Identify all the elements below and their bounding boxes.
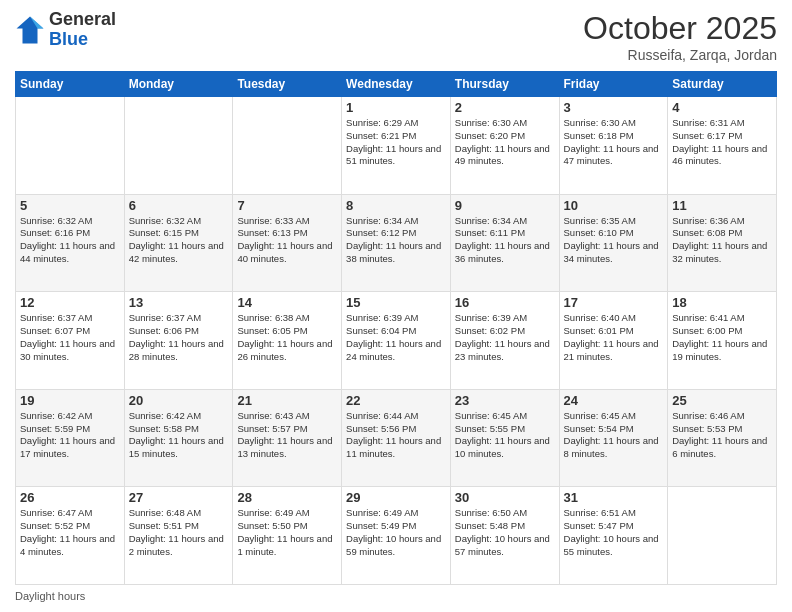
calendar-cell: 6Sunrise: 6:32 AM Sunset: 6:15 PM Daylig…	[124, 194, 233, 292]
day-number: 16	[455, 295, 555, 310]
logo-general-text: General	[49, 10, 116, 30]
calendar-cell: 12Sunrise: 6:37 AM Sunset: 6:07 PM Dayli…	[16, 292, 125, 390]
day-info: Sunrise: 6:42 AM Sunset: 5:58 PM Dayligh…	[129, 410, 229, 461]
day-info: Sunrise: 6:38 AM Sunset: 6:05 PM Dayligh…	[237, 312, 337, 363]
footer: Daylight hours	[15, 590, 777, 602]
day-info: Sunrise: 6:43 AM Sunset: 5:57 PM Dayligh…	[237, 410, 337, 461]
calendar-cell: 20Sunrise: 6:42 AM Sunset: 5:58 PM Dayli…	[124, 389, 233, 487]
calendar-cell: 24Sunrise: 6:45 AM Sunset: 5:54 PM Dayli…	[559, 389, 668, 487]
calendar-cell: 16Sunrise: 6:39 AM Sunset: 6:02 PM Dayli…	[450, 292, 559, 390]
day-info: Sunrise: 6:48 AM Sunset: 5:51 PM Dayligh…	[129, 507, 229, 558]
calendar-cell: 5Sunrise: 6:32 AM Sunset: 6:16 PM Daylig…	[16, 194, 125, 292]
day-info: Sunrise: 6:46 AM Sunset: 5:53 PM Dayligh…	[672, 410, 772, 461]
day-number: 19	[20, 393, 120, 408]
calendar-week-row: 12Sunrise: 6:37 AM Sunset: 6:07 PM Dayli…	[16, 292, 777, 390]
day-info: Sunrise: 6:44 AM Sunset: 5:56 PM Dayligh…	[346, 410, 446, 461]
day-info: Sunrise: 6:45 AM Sunset: 5:54 PM Dayligh…	[564, 410, 664, 461]
day-number: 4	[672, 100, 772, 115]
day-number: 21	[237, 393, 337, 408]
logo-blue-text: Blue	[49, 30, 116, 50]
day-number: 23	[455, 393, 555, 408]
calendar-cell: 3Sunrise: 6:30 AM Sunset: 6:18 PM Daylig…	[559, 97, 668, 195]
day-info: Sunrise: 6:41 AM Sunset: 6:00 PM Dayligh…	[672, 312, 772, 363]
calendar-cell: 27Sunrise: 6:48 AM Sunset: 5:51 PM Dayli…	[124, 487, 233, 585]
calendar-cell: 22Sunrise: 6:44 AM Sunset: 5:56 PM Dayli…	[342, 389, 451, 487]
calendar-cell: 18Sunrise: 6:41 AM Sunset: 6:00 PM Dayli…	[668, 292, 777, 390]
day-info: Sunrise: 6:36 AM Sunset: 6:08 PM Dayligh…	[672, 215, 772, 266]
day-info: Sunrise: 6:33 AM Sunset: 6:13 PM Dayligh…	[237, 215, 337, 266]
calendar-cell: 7Sunrise: 6:33 AM Sunset: 6:13 PM Daylig…	[233, 194, 342, 292]
calendar-week-row: 26Sunrise: 6:47 AM Sunset: 5:52 PM Dayli…	[16, 487, 777, 585]
day-info: Sunrise: 6:39 AM Sunset: 6:02 PM Dayligh…	[455, 312, 555, 363]
day-number: 15	[346, 295, 446, 310]
day-number: 14	[237, 295, 337, 310]
day-number: 6	[129, 198, 229, 213]
calendar-cell: 17Sunrise: 6:40 AM Sunset: 6:01 PM Dayli…	[559, 292, 668, 390]
day-info: Sunrise: 6:39 AM Sunset: 6:04 PM Dayligh…	[346, 312, 446, 363]
calendar-cell: 13Sunrise: 6:37 AM Sunset: 6:06 PM Dayli…	[124, 292, 233, 390]
column-header-friday: Friday	[559, 72, 668, 97]
location-subtitle: Russeifa, Zarqa, Jordan	[583, 47, 777, 63]
day-info: Sunrise: 6:40 AM Sunset: 6:01 PM Dayligh…	[564, 312, 664, 363]
calendar-week-row: 19Sunrise: 6:42 AM Sunset: 5:59 PM Dayli…	[16, 389, 777, 487]
day-number: 20	[129, 393, 229, 408]
calendar-cell	[668, 487, 777, 585]
day-info: Sunrise: 6:30 AM Sunset: 6:20 PM Dayligh…	[455, 117, 555, 168]
day-number: 28	[237, 490, 337, 505]
calendar-cell: 29Sunrise: 6:49 AM Sunset: 5:49 PM Dayli…	[342, 487, 451, 585]
day-number: 24	[564, 393, 664, 408]
logo: General Blue	[15, 10, 116, 50]
day-number: 18	[672, 295, 772, 310]
day-info: Sunrise: 6:29 AM Sunset: 6:21 PM Dayligh…	[346, 117, 446, 168]
calendar-cell: 23Sunrise: 6:45 AM Sunset: 5:55 PM Dayli…	[450, 389, 559, 487]
column-header-saturday: Saturday	[668, 72, 777, 97]
calendar-table: SundayMondayTuesdayWednesdayThursdayFrid…	[15, 71, 777, 585]
day-info: Sunrise: 6:37 AM Sunset: 6:06 PM Dayligh…	[129, 312, 229, 363]
day-info: Sunrise: 6:37 AM Sunset: 6:07 PM Dayligh…	[20, 312, 120, 363]
day-number: 31	[564, 490, 664, 505]
title-block: October 2025 Russeifa, Zarqa, Jordan	[583, 10, 777, 63]
day-number: 12	[20, 295, 120, 310]
day-number: 1	[346, 100, 446, 115]
calendar-cell: 15Sunrise: 6:39 AM Sunset: 6:04 PM Dayli…	[342, 292, 451, 390]
day-number: 26	[20, 490, 120, 505]
daylight-hours-label: Daylight hours	[15, 590, 85, 602]
day-info: Sunrise: 6:30 AM Sunset: 6:18 PM Dayligh…	[564, 117, 664, 168]
calendar-cell: 14Sunrise: 6:38 AM Sunset: 6:05 PM Dayli…	[233, 292, 342, 390]
day-info: Sunrise: 6:42 AM Sunset: 5:59 PM Dayligh…	[20, 410, 120, 461]
column-header-wednesday: Wednesday	[342, 72, 451, 97]
calendar-cell: 8Sunrise: 6:34 AM Sunset: 6:12 PM Daylig…	[342, 194, 451, 292]
calendar-cell: 25Sunrise: 6:46 AM Sunset: 5:53 PM Dayli…	[668, 389, 777, 487]
calendar-cell: 28Sunrise: 6:49 AM Sunset: 5:50 PM Dayli…	[233, 487, 342, 585]
calendar-cell	[233, 97, 342, 195]
day-info: Sunrise: 6:34 AM Sunset: 6:11 PM Dayligh…	[455, 215, 555, 266]
calendar-body: 1Sunrise: 6:29 AM Sunset: 6:21 PM Daylig…	[16, 97, 777, 585]
day-info: Sunrise: 6:32 AM Sunset: 6:15 PM Dayligh…	[129, 215, 229, 266]
day-number: 5	[20, 198, 120, 213]
day-info: Sunrise: 6:34 AM Sunset: 6:12 PM Dayligh…	[346, 215, 446, 266]
calendar-cell: 11Sunrise: 6:36 AM Sunset: 6:08 PM Dayli…	[668, 194, 777, 292]
calendar-cell	[124, 97, 233, 195]
page-header: General Blue October 2025 Russeifa, Zarq…	[15, 10, 777, 63]
day-number: 2	[455, 100, 555, 115]
calendar-header-row: SundayMondayTuesdayWednesdayThursdayFrid…	[16, 72, 777, 97]
day-info: Sunrise: 6:35 AM Sunset: 6:10 PM Dayligh…	[564, 215, 664, 266]
day-number: 13	[129, 295, 229, 310]
day-number: 30	[455, 490, 555, 505]
day-number: 17	[564, 295, 664, 310]
calendar-cell: 9Sunrise: 6:34 AM Sunset: 6:11 PM Daylig…	[450, 194, 559, 292]
calendar-cell: 30Sunrise: 6:50 AM Sunset: 5:48 PM Dayli…	[450, 487, 559, 585]
day-info: Sunrise: 6:31 AM Sunset: 6:17 PM Dayligh…	[672, 117, 772, 168]
day-number: 3	[564, 100, 664, 115]
day-number: 11	[672, 198, 772, 213]
calendar-week-row: 5Sunrise: 6:32 AM Sunset: 6:16 PM Daylig…	[16, 194, 777, 292]
calendar-cell: 10Sunrise: 6:35 AM Sunset: 6:10 PM Dayli…	[559, 194, 668, 292]
column-header-sunday: Sunday	[16, 72, 125, 97]
column-header-monday: Monday	[124, 72, 233, 97]
column-header-tuesday: Tuesday	[233, 72, 342, 97]
svg-marker-0	[17, 16, 44, 43]
calendar-cell: 21Sunrise: 6:43 AM Sunset: 5:57 PM Dayli…	[233, 389, 342, 487]
day-info: Sunrise: 6:45 AM Sunset: 5:55 PM Dayligh…	[455, 410, 555, 461]
day-number: 27	[129, 490, 229, 505]
day-info: Sunrise: 6:47 AM Sunset: 5:52 PM Dayligh…	[20, 507, 120, 558]
